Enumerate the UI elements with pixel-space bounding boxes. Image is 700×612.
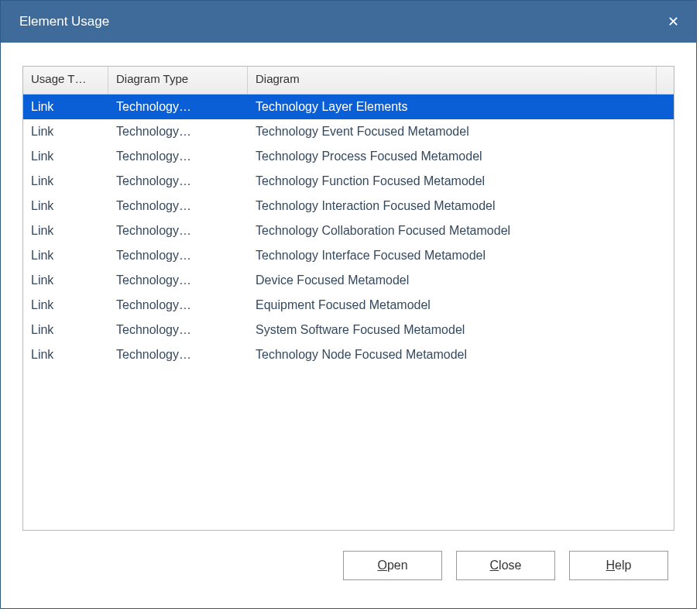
cell-diagram-type: Technology…	[108, 270, 248, 291]
cell-usage-type: Link	[23, 295, 108, 315]
table-row[interactable]: LinkTechnology…Technology Interface Focu…	[23, 243, 674, 268]
cell-usage-type: Link	[23, 122, 108, 142]
button-bar: Open Close Help	[22, 531, 674, 590]
cell-diagram-type: Technology…	[108, 345, 248, 365]
usage-table: Usage T… Diagram Type Diagram LinkTechno…	[22, 66, 674, 531]
table-row[interactable]: LinkTechnology…Technology Process Focuse…	[23, 144, 674, 169]
cell-usage-type: Link	[23, 345, 108, 365]
cell-diagram-type: Technology…	[108, 97, 248, 117]
cell-diagram-type: Technology…	[108, 196, 248, 216]
column-header-diagram-type[interactable]: Diagram Type	[108, 67, 248, 94]
cell-diagram: Technology Event Focused Metamodel	[248, 122, 674, 142]
close-button[interactable]: Close	[456, 551, 555, 580]
cell-diagram: Technology Node Focused Metamodel	[248, 345, 674, 365]
cell-diagram-type: Technology…	[108, 146, 248, 167]
cell-diagram: Technology Function Focused Metamodel	[248, 171, 674, 191]
table-row[interactable]: LinkTechnology…Device Focused Metamodel	[23, 268, 674, 293]
cell-diagram: Technology Collaboration Focused Metamod…	[248, 221, 674, 241]
help-button[interactable]: Help	[569, 551, 668, 580]
cell-usage-type: Link	[23, 221, 108, 241]
table-row[interactable]: LinkTechnology…Technology Layer Elements	[23, 95, 674, 119]
titlebar: Element Usage ✕	[1, 1, 696, 43]
cell-diagram: Device Focused Metamodel	[248, 270, 674, 291]
cell-diagram: Technology Layer Elements	[248, 97, 674, 117]
table-header: Usage T… Diagram Type Diagram	[23, 67, 674, 95]
cell-diagram: Technology Interface Focused Metamodel	[248, 246, 674, 266]
content-area: Usage T… Diagram Type Diagram LinkTechno…	[1, 43, 696, 608]
cell-usage-type: Link	[23, 196, 108, 216]
column-header-diagram[interactable]: Diagram	[248, 67, 657, 94]
cell-diagram-type: Technology…	[108, 295, 248, 315]
table-row[interactable]: LinkTechnology…Technology Node Focused M…	[23, 342, 674, 367]
cell-diagram-type: Technology…	[108, 122, 248, 142]
table-body[interactable]: LinkTechnology…Technology Layer Elements…	[23, 95, 674, 530]
column-header-usage-type[interactable]: Usage T…	[23, 67, 108, 94]
table-row[interactable]: LinkTechnology…Technology Event Focused …	[23, 119, 674, 144]
cell-usage-type: Link	[23, 97, 108, 117]
cell-diagram: Equipment Focused Metamodel	[248, 295, 674, 315]
cell-diagram-type: Technology…	[108, 221, 248, 241]
element-usage-dialog: Element Usage ✕ Usage T… Diagram Type Di…	[0, 0, 697, 609]
cell-usage-type: Link	[23, 146, 108, 167]
cell-diagram: Technology Interaction Focused Metamodel	[248, 196, 674, 216]
table-row[interactable]: LinkTechnology…Equipment Focused Metamod…	[23, 293, 674, 318]
table-row[interactable]: LinkTechnology…Technology Interaction Fo…	[23, 194, 674, 218]
table-row[interactable]: LinkTechnology…Technology Function Focus…	[23, 169, 674, 194]
cell-diagram-type: Technology…	[108, 246, 248, 266]
column-header-spacer	[657, 67, 674, 94]
open-button[interactable]: Open	[343, 551, 442, 580]
table-row[interactable]: LinkTechnology…Technology Collaboration …	[23, 218, 674, 243]
cell-diagram-type: Technology…	[108, 320, 248, 340]
table-row[interactable]: LinkTechnology…System Software Focused M…	[23, 318, 674, 342]
dialog-title: Element Usage	[12, 14, 109, 29]
cell-diagram: System Software Focused Metamodel	[248, 320, 674, 340]
cell-usage-type: Link	[23, 320, 108, 340]
cell-usage-type: Link	[23, 270, 108, 291]
cell-usage-type: Link	[23, 246, 108, 266]
cell-diagram-type: Technology…	[108, 171, 248, 191]
cell-diagram: Technology Process Focused Metamodel	[248, 146, 674, 167]
cell-usage-type: Link	[23, 171, 108, 191]
close-icon[interactable]: ✕	[661, 12, 685, 32]
